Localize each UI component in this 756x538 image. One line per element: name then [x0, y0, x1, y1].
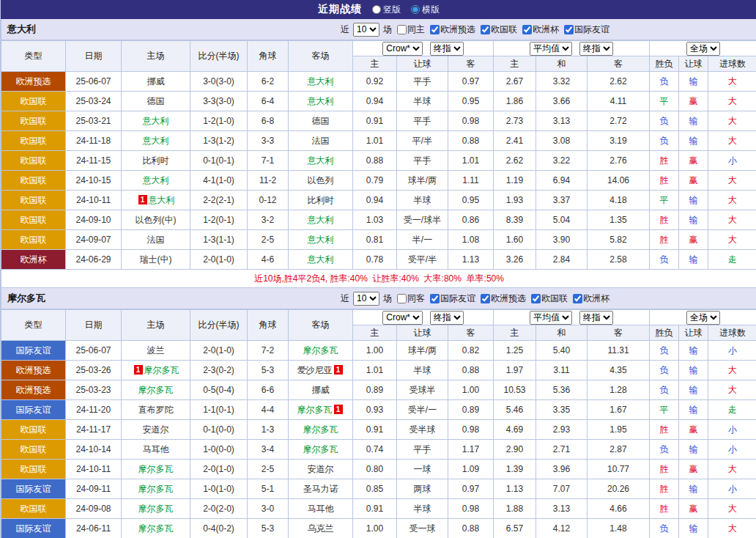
away-team[interactable]: 摩尔多瓦 — [289, 420, 353, 440]
away-team[interactable]: 意大利 — [289, 72, 353, 92]
filter-checkbox[interactable]: 欧洲预选 — [430, 23, 475, 36]
filter-checkbox-input[interactable] — [397, 294, 407, 303]
home-team[interactable]: 意大利 — [122, 131, 190, 151]
filter-checkbox-input[interactable] — [573, 294, 582, 303]
match-score[interactable]: 3-0(3-0) — [190, 72, 248, 92]
away-team[interactable]: 意大利 — [289, 210, 353, 230]
match-score[interactable]: 1-0(1-0) — [190, 479, 248, 499]
scope-select[interactable]: 全场 — [686, 311, 720, 325]
filter-checkbox-input[interactable] — [481, 294, 490, 303]
filter-checkbox-input[interactable] — [430, 294, 440, 303]
match-score[interactable]: 2-0(1-0) — [190, 341, 248, 361]
away-team[interactable]: 比利时 — [289, 191, 353, 210]
rounds-select[interactable]: 10 — [353, 292, 379, 306]
scope-select[interactable]: 全场 — [686, 42, 720, 56]
match-score[interactable]: 1-3(1-1) — [190, 230, 248, 250]
away-team[interactable]: 意大利 — [289, 230, 353, 250]
away-team[interactable]: 马耳他 — [289, 499, 353, 519]
home-team[interactable]: 马耳他 — [122, 440, 190, 460]
home-team[interactable]: 摩尔多瓦 — [122, 519, 190, 538]
filter-checkbox-input[interactable] — [564, 25, 574, 34]
home-team[interactable]: 1意大利 — [122, 191, 190, 210]
home-team[interactable]: 摩尔多瓦 — [122, 499, 190, 519]
filter-checkbox-input[interactable] — [397, 25, 407, 34]
bookmaker-select[interactable]: Crow* — [382, 42, 423, 56]
bookmaker-select[interactable]: Crow* — [382, 311, 423, 325]
team-name[interactable]: 摩尔多瓦 — [1, 292, 45, 305]
home-team[interactable]: 1摩尔多瓦 — [122, 361, 190, 380]
filter-checkbox[interactable]: 同主 — [397, 23, 425, 36]
home-team[interactable]: 意大利 — [122, 171, 190, 191]
away-team[interactable]: 爱沙尼亚1 — [289, 361, 353, 380]
match-score[interactable]: 1-3(1-2) — [190, 131, 248, 151]
layout-option-vertical[interactable]: 竖版 — [372, 4, 401, 16]
filter-checkbox[interactable]: 同客 — [397, 292, 425, 305]
away-team[interactable]: 安道尔 — [289, 460, 353, 479]
match-score[interactable]: 0-1(0-0) — [190, 420, 248, 440]
match-score[interactable]: 3-3(3-0) — [190, 92, 248, 111]
away-team[interactable]: 意大利 — [289, 92, 353, 111]
away-team[interactable]: 乌克兰 — [289, 519, 353, 538]
filter-checkbox[interactable]: 欧国联 — [531, 292, 568, 305]
home-team[interactable]: 法国 — [122, 230, 190, 250]
filter-checkbox[interactable]: 国际友谊 — [564, 23, 609, 36]
odds-stage-select[interactable]: 终指 — [430, 42, 464, 56]
vertical-radio[interactable] — [372, 5, 381, 14]
away-team[interactable]: 摩尔多瓦1 — [289, 400, 353, 420]
match-score[interactable]: 1-1(0-1) — [190, 400, 248, 420]
away-team[interactable]: 摩尔多瓦 — [289, 341, 353, 361]
home-team[interactable]: 摩尔多瓦 — [122, 380, 190, 400]
match-score[interactable]: 0-1(0-1) — [190, 151, 248, 171]
match-score[interactable]: 2-0(1-0) — [190, 250, 248, 270]
filter-checkbox-input[interactable] — [481, 25, 490, 34]
filter-checkbox-input[interactable] — [522, 25, 532, 34]
match-score[interactable]: 2-0(2-0) — [190, 499, 248, 519]
filter-checkbox[interactable]: 欧洲杯 — [573, 292, 609, 305]
match-score[interactable]: 0-5(0-4) — [190, 380, 248, 400]
match-date: 25-03-21 — [66, 111, 122, 131]
team-name[interactable]: 意大利 — [1, 23, 36, 36]
average-select[interactable]: 平均值 — [530, 311, 572, 325]
away-team[interactable]: 摩尔多瓦 — [289, 440, 353, 460]
away-team[interactable]: 德国 — [289, 111, 353, 131]
filter-checkbox-label: 欧洲杯 — [583, 292, 609, 305]
home-team[interactable]: 以色列(中) — [122, 210, 190, 230]
away-team[interactable]: 以色列 — [289, 171, 353, 191]
avg-stage-select[interactable]: 终指 — [579, 42, 613, 56]
home-team[interactable]: 直布罗陀 — [122, 400, 190, 420]
odds-stage-select[interactable]: 终指 — [430, 311, 464, 325]
match-score[interactable]: 0-4(0-2) — [190, 519, 248, 538]
away-team[interactable]: 挪威 — [289, 380, 353, 400]
match-score[interactable]: 1-2(1-0) — [190, 111, 248, 131]
match-score[interactable]: 1-0(0-0) — [190, 440, 248, 460]
match-score[interactable]: 2-2(2-1) — [190, 191, 248, 210]
match-score[interactable]: 1-2(0-1) — [190, 210, 248, 230]
rounds-select[interactable]: 10 — [353, 23, 379, 37]
away-team[interactable]: 意大利 — [289, 151, 353, 171]
home-team[interactable]: 意大利 — [122, 111, 190, 131]
away-team[interactable]: 圣马力诺 — [289, 479, 353, 499]
match-score[interactable]: 2-0(1-0) — [190, 460, 248, 479]
horizontal-radio[interactable] — [411, 5, 420, 14]
filter-checkbox-input[interactable] — [430, 25, 440, 34]
home-team[interactable]: 德国 — [122, 92, 190, 111]
average-select[interactable]: 平均值 — [530, 42, 572, 56]
filter-checkbox[interactable]: 欧国联 — [481, 23, 517, 36]
home-team[interactable]: 安道尔 — [122, 420, 190, 440]
filter-checkbox[interactable]: 国际友谊 — [430, 292, 475, 305]
filter-checkbox-input[interactable] — [531, 294, 541, 303]
home-team[interactable]: 波兰 — [122, 341, 190, 361]
filter-checkbox[interactable]: 欧洲预选 — [481, 292, 526, 305]
home-team[interactable]: 摩尔多瓦 — [122, 460, 190, 479]
home-team[interactable]: 挪威 — [122, 72, 190, 92]
layout-option-horizontal[interactable]: 横版 — [411, 4, 440, 16]
away-team[interactable]: 法国 — [289, 131, 353, 151]
avg-stage-select[interactable]: 终指 — [579, 311, 613, 325]
match-score[interactable]: 2-3(0-2) — [190, 361, 248, 380]
away-team[interactable]: 意大利 — [289, 250, 353, 270]
filter-checkbox[interactable]: 欧洲杯 — [522, 23, 559, 36]
home-team[interactable]: 比利时 — [122, 151, 190, 171]
match-score[interactable]: 4-1(1-0) — [190, 171, 248, 191]
home-team[interactable]: 摩尔多瓦 — [122, 479, 190, 499]
home-team[interactable]: 瑞士(中) — [122, 250, 190, 270]
